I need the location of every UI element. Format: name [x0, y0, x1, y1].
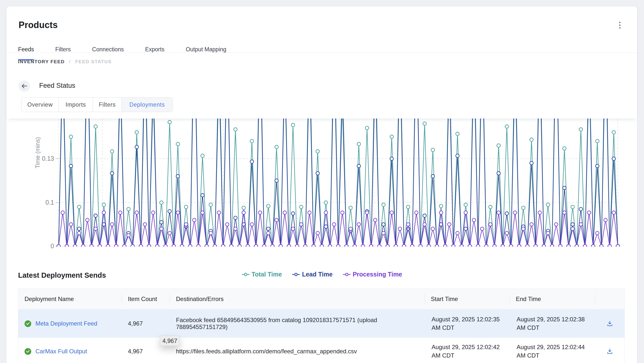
page-title: Products — [18, 20, 58, 30]
tab-connections[interactable]: Connections — [92, 46, 124, 60]
download-button[interactable] — [595, 310, 624, 338]
end-time-line2: AM CDT — [516, 351, 540, 360]
table-row[interactable]: CarMax Full Output 4,967 https://files.f… — [18, 338, 624, 363]
table-header-row: Deployment Name Item Count Destination/E… — [18, 289, 624, 310]
breadcrumb-inventory-feed[interactable]: INVENTORY FEED — [18, 59, 65, 64]
col-header-deployment-name: Deployment Name — [18, 289, 122, 309]
page: Time (mins) 0.13 0.1 0 Total Time Lead T… — [0, 0, 644, 363]
success-check-icon — [24, 348, 31, 355]
section-title: Latest Deployment Sends — [18, 271, 106, 280]
download-icon — [606, 348, 613, 354]
subtab-imports[interactable]: Imports — [59, 98, 93, 112]
start-time-line1: August 29, 2025 12:02:35 — [432, 315, 500, 324]
col-header-start-time: Start Time — [424, 289, 510, 309]
tab-feeds[interactable]: Feeds — [18, 46, 34, 60]
start-time-cell: August 29, 2025 12:02:42 AM CDT — [424, 338, 510, 363]
back-arrow-icon — [22, 84, 27, 88]
breadcrumb-feed-status: FEED STATUS — [75, 59, 112, 64]
sticky-header: Products Feeds Filters Connections Expor… — [6, 6, 637, 118]
legend-label: Processing Time — [353, 271, 402, 278]
deployment-link[interactable]: Meta Deployment Feed — [36, 320, 97, 327]
breadcrumb: INVENTORY FEED / FEED STATUS — [18, 59, 112, 64]
tab-output-mapping[interactable]: Output Mapping — [186, 46, 226, 60]
end-time-cell: August 29, 2025 12:02:38 AM CDT — [510, 310, 595, 338]
subtab-deployments[interactable]: Deployments — [122, 98, 172, 112]
subtab-filters[interactable]: Filters — [93, 98, 122, 112]
table-row[interactable]: Meta Deployment Feed 4,967 Facebook feed… — [18, 310, 624, 338]
back-button[interactable] — [18, 80, 30, 92]
success-check-icon — [24, 320, 31, 327]
feed-status-subtabs: Overview Imports Filters Deployments — [21, 98, 173, 112]
start-time-line2: AM CDT — [432, 324, 454, 332]
kebab-menu-icon[interactable] — [616, 19, 623, 31]
deployment-link[interactable]: CarMax Full Output — [36, 348, 87, 355]
col-header-end-time: End Time — [510, 289, 595, 309]
deployment-sends-table: Deployment Name Item Count Destination/E… — [18, 288, 625, 363]
legend-marker-total-time — [242, 273, 249, 276]
subtab-overview[interactable]: Overview — [22, 98, 59, 112]
legend-label: Lead Time — [302, 271, 332, 278]
deployment-times-chart[interactable] — [0, 118, 644, 247]
breadcrumb-separator: / — [69, 59, 71, 64]
deployment-name-cell: Meta Deployment Feed — [18, 310, 122, 338]
item-count-tooltip: 4,967 — [160, 336, 180, 346]
item-count-cell: 4,967 — [122, 310, 170, 338]
legend-item-processing-time[interactable]: Processing Time — [343, 271, 402, 278]
col-header-actions — [595, 289, 624, 309]
col-header-item-count: Item Count — [122, 289, 170, 309]
feed-status-title: Feed Status — [39, 82, 75, 90]
end-time-line1: August 29, 2025 12:02:44 — [516, 343, 585, 351]
tabs-divider — [6, 52, 637, 53]
col-header-destination-errors: Destination/Errors — [170, 289, 424, 309]
download-button[interactable] — [595, 338, 624, 363]
end-time-line2: AM CDT — [516, 324, 540, 332]
top-tabs: Feeds Filters Connections Exports Output… — [18, 46, 226, 60]
download-icon — [606, 320, 613, 327]
destination-cell: Facebook feed 658495643530955 from catal… — [170, 310, 424, 338]
tab-exports[interactable]: Exports — [145, 46, 164, 60]
legend-label: Total Time — [252, 271, 282, 278]
legend-marker-processing-time — [343, 273, 350, 276]
destination-cell: https://files.feeds.alliplatform.com/dem… — [170, 338, 424, 363]
end-time-line1: August 29, 2025 12:02:38 — [516, 315, 585, 324]
deployment-name-cell: CarMax Full Output — [18, 338, 122, 363]
start-time-line2: AM CDT — [432, 351, 454, 360]
legend-item-total-time[interactable]: Total Time — [242, 271, 282, 278]
legend-item-lead-time[interactable]: Lead Time — [292, 271, 332, 278]
tab-filters[interactable]: Filters — [55, 46, 71, 60]
end-time-cell: August 29, 2025 12:02:44 AM CDT — [510, 338, 595, 363]
legend-marker-lead-time — [292, 273, 300, 276]
start-time-line1: August 29, 2025 12:02:42 — [432, 343, 500, 351]
start-time-cell: August 29, 2025 12:02:35 AM CDT — [424, 310, 510, 338]
